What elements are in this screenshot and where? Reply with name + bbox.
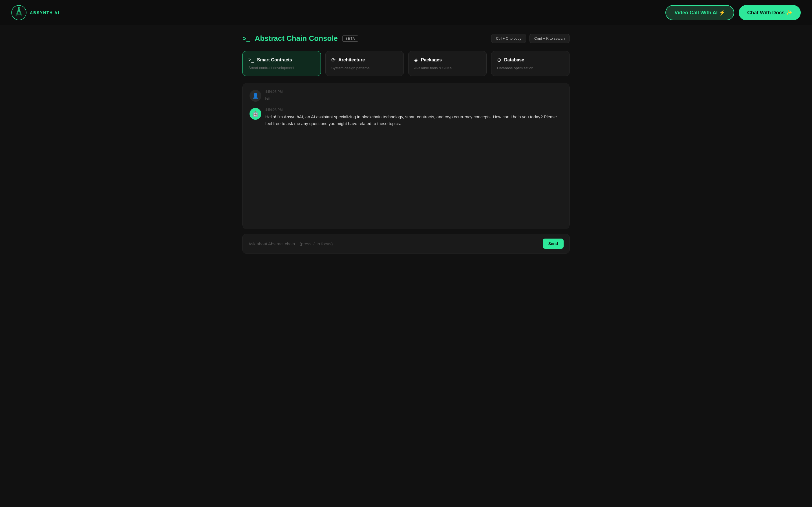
category-grid: >_ Smart Contracts Smart contract develo…: [243, 51, 569, 76]
svg-point-1: [18, 7, 20, 9]
card-title: Architecture: [338, 57, 365, 62]
message-content: 4:54:26 PM hii: [265, 90, 562, 102]
logo-icon: [11, 5, 27, 20]
message-text: hii: [265, 96, 562, 102]
card-header: >_ Smart Contracts: [248, 57, 315, 63]
message-ai: 🤖 4:54:28 PM Hello! I'm AbsynthAI, an AI…: [250, 108, 562, 127]
card-icon: ◈: [414, 57, 418, 63]
card-title: Packages: [421, 57, 442, 62]
message-text: Hello! I'm AbsynthAI, an AI assistant sp…: [265, 114, 562, 127]
topnav: ABSYNTH AI Video Call With AI ⚡️ Chat Wi…: [0, 0, 812, 25]
console-header: >_ Abstract Chain Console BETA Ctrl + C …: [243, 34, 569, 43]
category-card-database[interactable]: ⊙ Database Database optimization: [491, 51, 569, 76]
card-header: ⟳ Architecture: [331, 57, 398, 63]
beta-badge: BETA: [342, 36, 358, 42]
message-time: 4:54:26 PM: [265, 90, 562, 94]
console-title-group: >_ Abstract Chain Console BETA: [243, 34, 358, 43]
console-title: Abstract Chain Console: [255, 34, 338, 43]
card-icon: ⟳: [331, 57, 336, 63]
header-actions: Ctrl + C to copy Cmd + K to search: [491, 34, 569, 43]
logo-area: ABSYNTH AI: [11, 5, 59, 20]
card-header: ⊙ Database: [497, 57, 564, 63]
input-area: Send: [243, 234, 569, 253]
nav-buttons: Video Call With AI ⚡️ Chat With Docs ✨: [665, 5, 801, 20]
copy-button[interactable]: Ctrl + C to copy: [491, 34, 526, 43]
chat-area: 👤 4:54:26 PM hii 🤖 4:54:28 PM Hello! I'm…: [243, 83, 569, 229]
card-title: Database: [504, 57, 524, 62]
main-container: >_ Abstract Chain Console BETA Ctrl + C …: [237, 25, 575, 262]
card-subtitle: Available tools & SDKs: [414, 66, 481, 70]
message-time: 4:54:28 PM: [265, 108, 562, 112]
search-button[interactable]: Cmd + K to search: [529, 34, 569, 43]
card-header: ◈ Packages: [414, 57, 481, 63]
chat-input[interactable]: [248, 241, 539, 246]
send-button[interactable]: Send: [543, 238, 564, 249]
card-icon: ⊙: [497, 57, 501, 63]
message-user: 👤 4:54:26 PM hii: [250, 90, 562, 102]
avatar-user: 👤: [250, 90, 261, 102]
category-card-architecture[interactable]: ⟳ Architecture System design patterns: [325, 51, 404, 76]
category-card-smart-contracts[interactable]: >_ Smart Contracts Smart contract develo…: [243, 51, 321, 76]
console-prompt-symbol: >_: [243, 35, 250, 43]
card-subtitle: System design patterns: [331, 66, 398, 70]
category-card-packages[interactable]: ◈ Packages Available tools & SDKs: [408, 51, 487, 76]
card-icon: >_: [248, 57, 254, 63]
card-title: Smart Contracts: [257, 57, 292, 62]
card-subtitle: Database optimization: [497, 66, 564, 70]
video-call-button[interactable]: Video Call With AI ⚡️: [665, 5, 734, 20]
logo-text: ABSYNTH AI: [30, 10, 59, 15]
chat-docs-button[interactable]: Chat With Docs ✨: [739, 5, 801, 20]
card-subtitle: Smart contract development: [248, 66, 315, 70]
avatar-ai: 🤖: [250, 108, 261, 120]
message-content: 4:54:28 PM Hello! I'm AbsynthAI, an AI a…: [265, 108, 562, 127]
